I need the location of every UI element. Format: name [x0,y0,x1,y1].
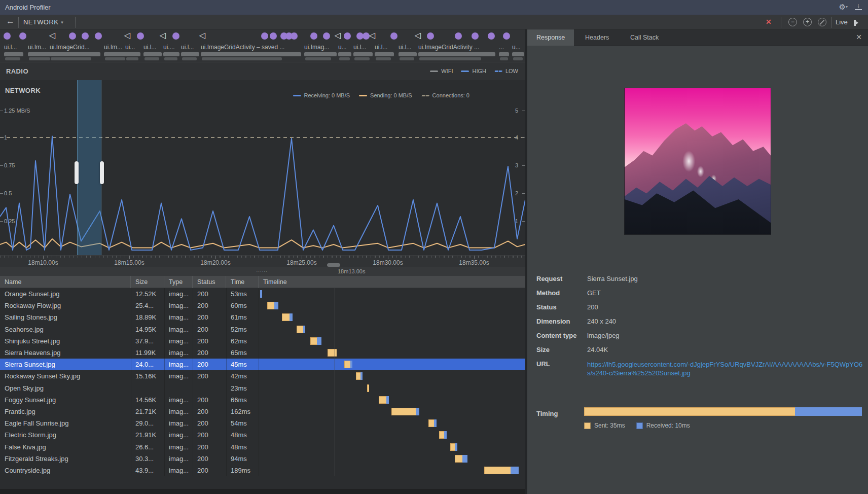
column-header-size[interactable]: Size [131,276,164,288]
timing-label: Timing [536,410,558,417]
cell-type: imag... [164,300,193,311]
timing-received-legend: Received: 10ms [636,422,690,429]
timeline-request-bar [367,384,369,392]
bar-received [462,455,467,463]
table-row[interactable]: Countryside.jpg43.9...imag...200189ms [0,465,525,476]
right-axis-tick-label: 3 [515,162,518,168]
table-row[interactable]: Eagle Fall Sunrise.jpg29.0...imag...2005… [0,417,525,429]
table-row[interactable]: Sierra Heavens.jpg11.99Kimag...20065ms [0,347,525,359]
cell-status: 200 [193,359,226,370]
column-separator [259,288,259,476]
column-header-type[interactable]: Type [164,276,193,288]
session-selector[interactable]: NETWORK▾ [23,18,63,26]
table-row[interactable]: Rockaway Sunset Sky.jpg15.16Kimag...2004… [0,370,525,382]
table-row[interactable]: Rockaway Flow.jpg25.4...imag...20060ms [0,300,525,311]
table-row[interactable]: Foggy Sunset.jpg14.56Kimag...20066ms [0,394,525,406]
bar-sent [428,419,434,427]
timeline-request-bar [391,408,419,415]
cell-time: 52ms [226,324,259,335]
go-live-step-icon[interactable] [854,19,856,28]
tab-response[interactable]: Response [527,29,574,46]
cell-size: 24.0... [131,359,164,370]
table-row[interactable]: Fitzgerald Streaks.jpg30.3...imag...2009… [0,453,525,465]
zoom-in-button[interactable]: + [803,18,812,26]
y-axis-tick-mark [0,111,3,111]
activity-bar [50,52,100,56]
legend-label: Sent: 35ms [594,422,625,429]
timing-received-segment [795,407,862,416]
activity-label: ui.Im... [104,44,122,51]
event-dot-icon [291,32,298,40]
bar-sent [356,372,360,380]
profiler-left-panel: ◁◁◁◁◁◁◁ ui.l...ui.Im...ui.ImageGrid...ui… [0,29,525,494]
table-row[interactable]: Shinjuku Street.jpg37.9...imag...20062ms [0,335,525,347]
zoom-out-button[interactable]: − [788,18,797,26]
table-row[interactable]: Orange Sunset.jpg12.52Kimag...20053ms [0,288,525,300]
bar-sent [297,326,303,333]
column-header-status[interactable]: Status [193,276,226,288]
activity-bar [399,52,417,56]
cell-status: 200 [193,347,226,359]
table-row[interactable]: Sailing Stones.jpg18.89Kimag...20061ms [0,311,525,323]
event-dot-icon [4,32,11,40]
back-arrow-button[interactable]: ← [6,16,15,26]
toolbar-separator [831,17,832,28]
activity-label: u... [338,44,347,51]
table-row[interactable]: Electric Storm.jpg21.91Kimag...20048ms [0,429,525,441]
legend-swatch [461,70,469,72]
activity-lifecycle-track: ui.l...ui.Im...ui.ImageGrid...ui.Im...ui… [0,43,525,62]
download-icon[interactable]: ↓ [855,3,862,11]
timeline-request-bar [297,326,305,333]
y-axis-tick-mark [0,137,3,138]
selection-right-handle[interactable] [100,161,104,184]
legend-item: HIGH [461,68,486,74]
timeline-request-bar [428,419,437,427]
range-selection-band[interactable] [77,80,101,255]
detail-close-icon[interactable]: ✕ [856,33,862,41]
time-axis-tick [302,256,302,259]
table-row[interactable]: False Kiva.jpg26.6...imag...20048ms [0,441,525,453]
horizontal-splitter[interactable]: '''''' 18m13.00s [0,267,525,276]
timeline-scrollbar-handle[interactable] [327,263,340,267]
event-dot-icon [323,32,330,40]
table-row[interactable]: Open Sky.jpg23ms [0,382,525,394]
cell-time: 94ms [226,453,259,465]
radio-section-label: RADIO [6,67,28,75]
window-title: Android Profiler [5,4,51,11]
selection-left-handle[interactable] [75,161,79,184]
session-caret-icon: ▾ [61,20,63,25]
column-header-name[interactable]: Name [0,276,131,288]
table-row[interactable]: Seahorse.jpg14.95Kimag...20052ms [0,324,525,335]
activity-bar [163,52,179,56]
activity-bar-secondary [202,57,282,60]
reset-zoom-button[interactable] [818,18,826,26]
network-chart[interactable]: NETWORK Receiving: 0 MB/SSending: 0 MB/S… [0,80,525,255]
field-label-url: URL [536,360,550,368]
connection-detail-panel: ✕ ResponseHeadersCall Stack RequestSierr… [527,29,868,494]
table-row[interactable]: Frantic.jpg21.71Kimag...200162ms [0,406,525,417]
activity-bar-secondary [305,57,331,60]
event-dot-icon [455,32,462,40]
activity-label: ... [499,44,504,51]
end-session-button[interactable]: ✕ [766,18,772,26]
cell-type: imag... [164,335,193,347]
toolbar-separator [18,17,19,28]
cell-name: Eagle Fall Sunrise.jpg [0,417,131,429]
cell-name: Rockaway Sunset Sky.jpg [0,370,131,382]
connections-table: NameSizeTypeStatusTimeTimeline Orange Su… [0,276,525,489]
bar-received [444,431,447,439]
tab-call-stack[interactable]: Call Stack [621,29,668,46]
activity-bar [143,52,162,56]
field-value-url[interactable]: https://lh5.googleusercontent.com/-dJgje… [587,360,863,377]
table-row[interactable]: Sierra Sunset.jpg24.0...imag...20045ms [0,359,525,370]
tab-headers[interactable]: Headers [576,29,618,46]
response-image-preview [624,88,771,235]
live-button[interactable]: Live [836,18,848,26]
activity-bar [304,52,337,56]
column-header-timeline[interactable]: Timeline [259,276,525,288]
column-header-time[interactable]: Time [226,276,259,288]
settings-gear-icon[interactable]: ⚙▾ [839,3,848,12]
activity-bar-secondary [419,57,481,60]
timing-sent-legend: Sent: 35ms [584,422,625,429]
cell-name: Countryside.jpg [0,465,131,476]
